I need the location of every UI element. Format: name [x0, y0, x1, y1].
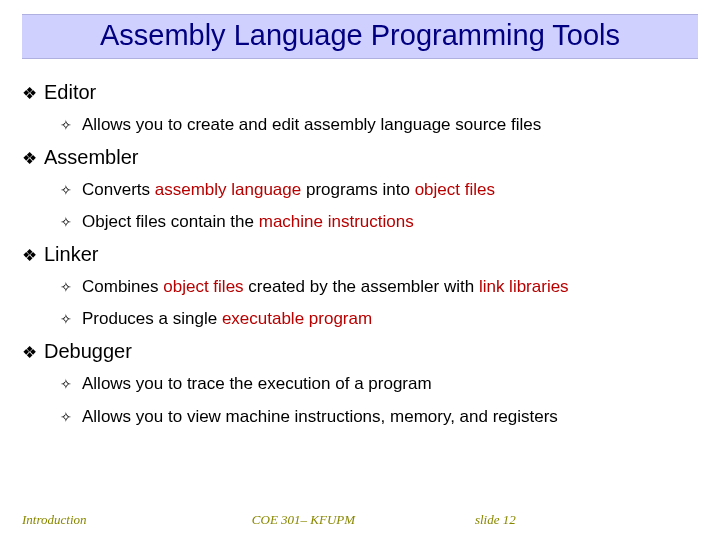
open-diamond-bullet-icon: ✧ [60, 376, 82, 392]
bullet-item: ✧Object files contain the machine instru… [60, 211, 692, 233]
section-heading: ❖Assembler [22, 146, 692, 169]
section-heading: ❖Linker [22, 243, 692, 266]
section-heading-text: Editor [44, 81, 96, 104]
bullet-item-text: Allows you to trace the execution of a p… [82, 373, 432, 395]
bullet-item-text: Combines object files created by the ass… [82, 276, 569, 298]
bullet-item-text: Allows you to view machine instructions,… [82, 406, 558, 428]
diamond-bullet-icon: ❖ [22, 148, 44, 169]
bullet-item-text: Allows you to create and edit assembly l… [82, 114, 541, 136]
footer-center: COE 301– KFUPM [252, 512, 475, 528]
bullet-item: ✧Combines object files created by the as… [60, 276, 692, 298]
open-diamond-bullet-icon: ✧ [60, 214, 82, 230]
bullet-item-text: Object files contain the machine instruc… [82, 211, 414, 233]
bullet-item: ✧Allows you to create and edit assembly … [60, 114, 692, 136]
diamond-bullet-icon: ❖ [22, 83, 44, 104]
section-heading-text: Assembler [44, 146, 138, 169]
bullet-item-text: Converts assembly language programs into… [82, 179, 495, 201]
section-heading: ❖Debugger [22, 340, 692, 363]
section-heading: ❖Editor [22, 81, 692, 104]
slide-body: ❖Editor✧Allows you to create and edit as… [0, 59, 720, 428]
open-diamond-bullet-icon: ✧ [60, 311, 82, 327]
bullet-item: ✧Produces a single executable program [60, 308, 692, 330]
footer-right: slide 12 [475, 512, 698, 528]
section-heading-text: Debugger [44, 340, 132, 363]
open-diamond-bullet-icon: ✧ [60, 279, 82, 295]
slide-title: Assembly Language Programming Tools [100, 19, 620, 51]
diamond-bullet-icon: ❖ [22, 342, 44, 363]
section-heading-text: Linker [44, 243, 98, 266]
diamond-bullet-icon: ❖ [22, 245, 44, 266]
bullet-item: ✧Allows you to trace the execution of a … [60, 373, 692, 395]
slide-title-bar: Assembly Language Programming Tools [22, 14, 698, 59]
bullet-item: ✧Converts assembly language programs int… [60, 179, 692, 201]
footer-left: Introduction [22, 512, 252, 528]
open-diamond-bullet-icon: ✧ [60, 117, 82, 133]
bullet-item: ✧Allows you to view machine instructions… [60, 406, 692, 428]
slide-footer: Introduction COE 301– KFUPM slide 12 [22, 512, 698, 528]
bullet-item-text: Produces a single executable program [82, 308, 372, 330]
open-diamond-bullet-icon: ✧ [60, 409, 82, 425]
open-diamond-bullet-icon: ✧ [60, 182, 82, 198]
